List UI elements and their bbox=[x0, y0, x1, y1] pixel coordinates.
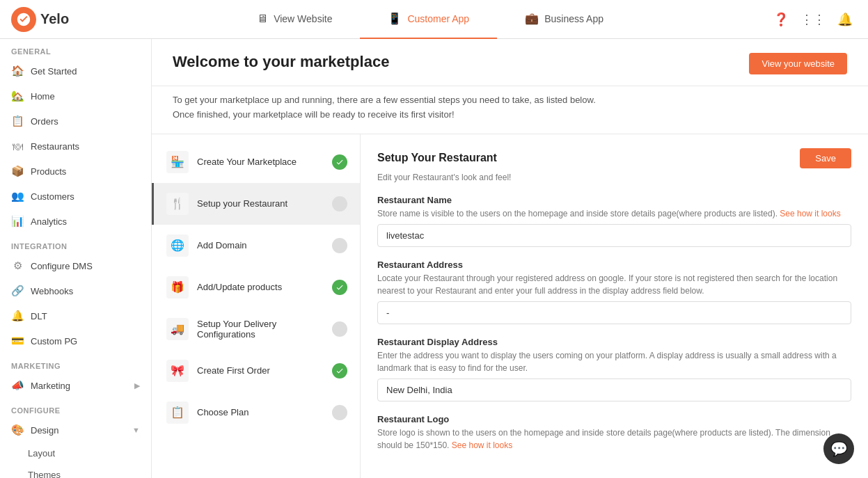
step-check-create-order bbox=[332, 363, 347, 379]
sidebar-label-layout: Layout bbox=[28, 448, 55, 459]
step-check-add-products bbox=[332, 280, 347, 295]
customers-icon: 👥 bbox=[11, 190, 24, 202]
design-arrow-icon: ▼ bbox=[132, 426, 140, 434]
webhooks-icon: 🔗 bbox=[11, 285, 24, 297]
sidebar-label-configure-dms: Configure DMS bbox=[31, 261, 140, 271]
content-header: Welcome to your marketplace View your we… bbox=[152, 39, 868, 86]
input-restaurant-address[interactable] bbox=[377, 301, 851, 324]
marketing-icon: 📣 bbox=[11, 379, 24, 392]
step-add-domain[interactable]: 🌐 Add Domain bbox=[152, 225, 360, 266]
see-how-link-name[interactable]: See how it looks bbox=[780, 209, 840, 218]
sidebar-item-get-started[interactable]: 🏠 Get Started bbox=[0, 58, 151, 83]
sidebar-item-design[interactable]: 🎨 Design ▼ bbox=[0, 417, 151, 443]
step-check-create-marketplace bbox=[332, 154, 347, 170]
step-pending-add-domain bbox=[332, 238, 347, 253]
sidebar-item-dlt[interactable]: 🔔 DLT bbox=[0, 303, 151, 328]
logo-area[interactable]: Yelo bbox=[11, 7, 69, 32]
sidebar-label-webhooks: Webhooks bbox=[31, 286, 140, 296]
add-domain-icon: 🌐 bbox=[166, 234, 189, 257]
add-products-icon: 🎁 bbox=[166, 276, 189, 298]
step-setup-delivery[interactable]: 🚚 Setup Your Delivery Configurations bbox=[152, 308, 360, 350]
step-status-add-domain bbox=[332, 238, 347, 253]
desc-line1: To get your marketplace up and running, … bbox=[173, 93, 847, 108]
customer-app-tab-label: Customer App bbox=[407, 13, 469, 24]
sidebar-label-dlt: DLT bbox=[31, 311, 140, 321]
step-label-setup-restaurant: Setup your Restaurant bbox=[197, 198, 324, 209]
sidebar-label-analytics: Analytics bbox=[31, 216, 140, 227]
step-pending-setup-delivery bbox=[332, 321, 347, 337]
sidebar-item-orders[interactable]: 📋 Orders bbox=[0, 109, 151, 134]
step-setup-restaurant[interactable]: 🍴 Setup your Restaurant bbox=[152, 183, 360, 225]
dlt-icon: 🔔 bbox=[11, 310, 24, 322]
business-app-tab-label: Business App bbox=[544, 13, 603, 24]
custom-pg-icon: 💳 bbox=[11, 335, 24, 347]
section-label-general: General bbox=[0, 39, 151, 58]
step-status-create-order bbox=[332, 363, 347, 379]
configure-dms-icon: ⚙ bbox=[11, 260, 24, 272]
section-label-marketing: Marketing bbox=[0, 353, 151, 373]
main-layout: General 🏠 Get Started 🏡 Home 📋 Orders 🍽 … bbox=[0, 39, 868, 478]
field-label-restaurant-address: Restaurant Address bbox=[377, 260, 851, 270]
steps-content: 🏪 Create Your Marketplace 🍴 Setup your R… bbox=[152, 134, 868, 478]
content-area: Welcome to your marketplace View your we… bbox=[152, 39, 868, 478]
sidebar-item-configure-dms[interactable]: ⚙ Configure DMS bbox=[0, 253, 151, 278]
step-status-create-marketplace bbox=[332, 154, 347, 170]
sidebar-label-home: Home bbox=[31, 91, 140, 102]
sidebar-item-home[interactable]: 🏡 Home bbox=[0, 83, 151, 109]
tab-view-website[interactable]: 🖥 View Website bbox=[229, 0, 360, 39]
step-status-choose-plan bbox=[332, 405, 347, 420]
step-label-create-order: Create First Order bbox=[197, 365, 324, 376]
sidebar-item-themes[interactable]: Themes bbox=[0, 464, 151, 478]
step-create-order[interactable]: 🎀 Create First Order bbox=[152, 350, 360, 392]
nav-actions: ❓ ⋮⋮ 🔔 bbox=[769, 8, 857, 31]
sidebar-item-restaurants[interactable]: 🍽 Restaurants bbox=[0, 134, 151, 159]
input-restaurant-name[interactable] bbox=[377, 224, 851, 247]
customer-app-tab-icon: 📱 bbox=[388, 12, 402, 25]
field-restaurant-name: Restaurant Name Store name is visible to… bbox=[377, 195, 851, 247]
marketing-arrow-icon: ▶ bbox=[134, 381, 140, 390]
step-create-marketplace[interactable]: 🏪 Create Your Marketplace bbox=[152, 141, 360, 183]
chat-button[interactable]: 💬 bbox=[823, 433, 854, 464]
step-add-products[interactable]: 🎁 Add/Update products bbox=[152, 266, 360, 308]
field-desc-restaurant-logo: Store logo is shown to the users on the … bbox=[377, 427, 851, 452]
sidebar-item-customers[interactable]: 👥 Customers bbox=[0, 184, 151, 209]
sidebar-item-custom-pg[interactable]: 💳 Custom PG bbox=[0, 328, 151, 353]
view-website-tab-icon: 🖥 bbox=[257, 13, 268, 25]
detail-header: Setup Your Restaurant Save bbox=[377, 148, 851, 168]
field-restaurant-address: Restaurant Address Locate your Restauran… bbox=[377, 260, 851, 324]
sidebar-item-analytics[interactable]: 📊 Analytics bbox=[0, 209, 151, 234]
step-choose-plan[interactable]: 📋 Choose Plan bbox=[152, 392, 360, 433]
tab-business-app[interactable]: 💼 Business App bbox=[497, 0, 631, 39]
save-button[interactable]: Save bbox=[800, 148, 851, 168]
sidebar-item-layout[interactable]: Layout bbox=[0, 443, 151, 464]
detail-panel: Setup Your Restaurant Save Edit your Res… bbox=[361, 134, 868, 478]
design-icon: 🎨 bbox=[11, 424, 24, 436]
field-label-restaurant-name: Restaurant Name bbox=[377, 195, 851, 205]
view-website-button[interactable]: View your website bbox=[749, 53, 847, 74]
choose-plan-icon: 📋 bbox=[166, 401, 189, 424]
step-pending-setup-restaurant bbox=[332, 196, 347, 212]
field-label-restaurant-logo: Restaurant Logo bbox=[377, 414, 851, 424]
field-desc-restaurant-name: Store name is visible to the users on th… bbox=[377, 207, 851, 220]
setup-restaurant-icon: 🍴 bbox=[166, 193, 189, 215]
sidebar-label-customers: Customers bbox=[31, 191, 140, 202]
step-label-add-domain: Add Domain bbox=[197, 240, 324, 250]
step-label-create-marketplace: Create Your Marketplace bbox=[197, 157, 324, 167]
notifications-icon[interactable]: 🔔 bbox=[833, 8, 857, 31]
page-title: Welcome to your marketplace bbox=[173, 53, 389, 71]
desc-line2: Once finished, your marketplace will be … bbox=[173, 108, 847, 122]
content-description: To get your marketplace up and running, … bbox=[152, 86, 868, 134]
sidebar-item-webhooks[interactable]: 🔗 Webhooks bbox=[0, 278, 151, 303]
input-restaurant-display-address[interactable] bbox=[377, 379, 851, 401]
sidebar-item-products[interactable]: 📦 Products bbox=[0, 159, 151, 184]
step-label-add-products: Add/Update products bbox=[197, 282, 324, 292]
tab-customer-app[interactable]: 📱 Customer App bbox=[360, 0, 497, 39]
step-label-choose-plan: Choose Plan bbox=[197, 407, 324, 417]
field-desc-restaurant-display-address: Enter the address you want to display th… bbox=[377, 349, 851, 374]
support-icon[interactable]: ❓ bbox=[769, 8, 793, 31]
see-how-link-logo[interactable]: See how it looks bbox=[452, 440, 512, 450]
sidebar-label-themes: Themes bbox=[28, 470, 61, 478]
sidebar-item-marketing[interactable]: 📣 Marketing ▶ bbox=[0, 373, 151, 398]
apps-icon[interactable]: ⋮⋮ bbox=[801, 8, 825, 31]
products-icon: 📦 bbox=[11, 165, 24, 177]
